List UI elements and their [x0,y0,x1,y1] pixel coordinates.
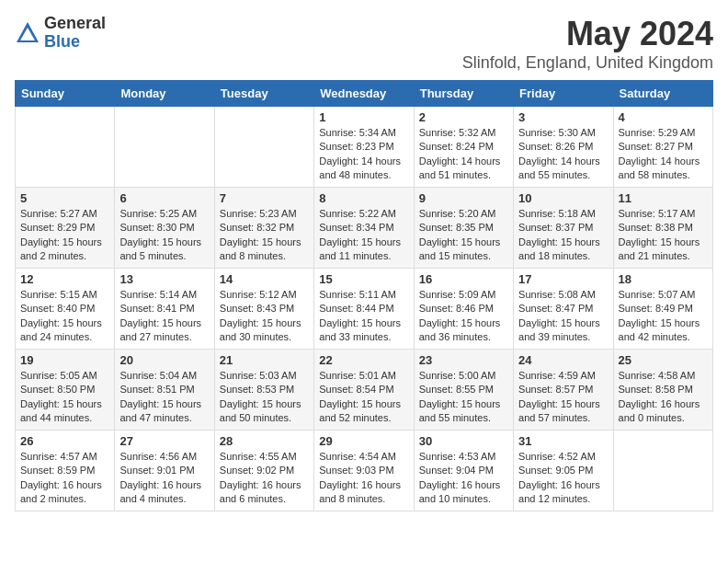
calendar-cell: 7Sunrise: 5:23 AM Sunset: 8:32 PM Daylig… [214,188,313,269]
day-info: Sunrise: 5:12 AM Sunset: 8:43 PM Dayligh… [220,288,309,345]
calendar-cell: 20Sunrise: 5:04 AM Sunset: 8:51 PM Dayli… [115,350,214,431]
header-thursday: Thursday [414,81,513,107]
day-number: 16 [419,272,508,286]
calendar-cell [613,431,712,511]
day-number: 14 [220,272,309,286]
calendar-body: 1Sunrise: 5:34 AM Sunset: 8:23 PM Daylig… [16,107,713,511]
day-number: 1 [319,110,408,124]
calendar-cell: 5Sunrise: 5:27 AM Sunset: 8:29 PM Daylig… [16,188,115,269]
header-friday: Friday [514,81,613,107]
logo-icon [15,20,40,46]
logo-text: General Blue [44,15,106,52]
day-info: Sunrise: 5:25 AM Sunset: 8:30 PM Dayligh… [119,207,209,264]
logo: General Blue [15,15,106,52]
day-number: 24 [518,353,608,367]
day-number: 5 [20,191,109,205]
calendar-cell [16,107,115,188]
day-info: Sunrise: 5:08 AM Sunset: 8:47 PM Dayligh… [518,288,608,345]
day-number: 22 [319,353,408,367]
header-monday: Monday [115,81,214,107]
day-number: 29 [319,434,408,448]
calendar-cell: 30Sunrise: 4:53 AM Sunset: 9:04 PM Dayli… [414,431,513,511]
day-number: 9 [419,191,508,205]
week-row-3: 19Sunrise: 5:05 AM Sunset: 8:50 PM Dayli… [16,350,713,431]
day-info: Sunrise: 5:04 AM Sunset: 8:51 PM Dayligh… [119,369,209,426]
calendar-cell: 28Sunrise: 4:55 AM Sunset: 9:02 PM Dayli… [214,431,313,511]
day-info: Sunrise: 5:34 AM Sunset: 8:23 PM Dayligh… [319,126,408,183]
day-info: Sunrise: 5:29 AM Sunset: 8:27 PM Dayligh… [619,126,708,183]
day-number: 23 [419,353,508,367]
day-info: Sunrise: 5:03 AM Sunset: 8:53 PM Dayligh… [220,369,309,426]
main-title: May 2024 [462,15,713,53]
title-block: May 2024 Slinfold, England, United Kingd… [462,15,713,73]
day-info: Sunrise: 4:57 AM Sunset: 8:59 PM Dayligh… [20,450,109,507]
day-info: Sunrise: 5:05 AM Sunset: 8:50 PM Dayligh… [20,369,109,426]
calendar-cell: 18Sunrise: 5:07 AM Sunset: 8:49 PM Dayli… [613,269,712,350]
calendar-cell: 8Sunrise: 5:22 AM Sunset: 8:34 PM Daylig… [314,188,414,269]
day-info: Sunrise: 5:17 AM Sunset: 8:38 PM Dayligh… [619,207,708,264]
calendar-cell: 31Sunrise: 4:52 AM Sunset: 9:05 PM Dayli… [514,431,613,511]
calendar-cell [115,107,214,188]
day-info: Sunrise: 5:14 AM Sunset: 8:41 PM Dayligh… [119,288,209,345]
week-row-0: 1Sunrise: 5:34 AM Sunset: 8:23 PM Daylig… [16,107,713,188]
day-info: Sunrise: 5:01 AM Sunset: 8:54 PM Dayligh… [319,369,408,426]
day-info: Sunrise: 5:32 AM Sunset: 8:24 PM Dayligh… [419,126,508,183]
day-number: 18 [619,272,708,286]
week-row-1: 5Sunrise: 5:27 AM Sunset: 8:29 PM Daylig… [16,188,713,269]
calendar-cell: 12Sunrise: 5:15 AM Sunset: 8:40 PM Dayli… [16,269,115,350]
day-info: Sunrise: 5:11 AM Sunset: 8:44 PM Dayligh… [319,288,408,345]
calendar-cell: 17Sunrise: 5:08 AM Sunset: 8:47 PM Dayli… [514,269,613,350]
day-number: 10 [518,191,608,205]
calendar-cell: 23Sunrise: 5:00 AM Sunset: 8:55 PM Dayli… [414,350,513,431]
day-number: 15 [319,272,408,286]
day-info: Sunrise: 5:20 AM Sunset: 8:35 PM Dayligh… [419,207,508,264]
day-number: 20 [119,353,209,367]
day-info: Sunrise: 4:56 AM Sunset: 9:01 PM Dayligh… [119,450,209,507]
day-number: 21 [220,353,309,367]
day-number: 3 [518,110,608,124]
calendar-cell: 9Sunrise: 5:20 AM Sunset: 8:35 PM Daylig… [414,188,513,269]
day-info: Sunrise: 5:07 AM Sunset: 8:49 PM Dayligh… [619,288,708,345]
day-number: 2 [419,110,508,124]
calendar-cell [214,107,313,188]
header-row: SundayMondayTuesdayWednesdayThursdayFrid… [16,81,713,107]
day-info: Sunrise: 5:18 AM Sunset: 8:37 PM Dayligh… [518,207,608,264]
calendar-cell: 2Sunrise: 5:32 AM Sunset: 8:24 PM Daylig… [414,107,513,188]
day-info: Sunrise: 5:23 AM Sunset: 8:32 PM Dayligh… [220,207,309,264]
logo-blue: Blue [44,33,106,52]
day-number: 27 [119,434,209,448]
calendar-cell: 15Sunrise: 5:11 AM Sunset: 8:44 PM Dayli… [314,269,414,350]
subtitle: Slinfold, England, United Kingdom [462,53,713,73]
calendar-cell: 11Sunrise: 5:17 AM Sunset: 8:38 PM Dayli… [613,188,712,269]
day-number: 12 [20,272,109,286]
calendar-cell: 27Sunrise: 4:56 AM Sunset: 9:01 PM Dayli… [115,431,214,511]
day-number: 17 [518,272,608,286]
calendar-cell: 3Sunrise: 5:30 AM Sunset: 8:26 PM Daylig… [514,107,613,188]
day-info: Sunrise: 5:09 AM Sunset: 8:46 PM Dayligh… [419,288,508,345]
header-sunday: Sunday [16,81,115,107]
calendar-cell: 10Sunrise: 5:18 AM Sunset: 8:37 PM Dayli… [514,188,613,269]
calendar-cell: 29Sunrise: 4:54 AM Sunset: 9:03 PM Dayli… [314,431,414,511]
calendar-cell: 21Sunrise: 5:03 AM Sunset: 8:53 PM Dayli… [214,350,313,431]
day-number: 19 [20,353,109,367]
calendar-cell: 26Sunrise: 4:57 AM Sunset: 8:59 PM Dayli… [16,431,115,511]
day-number: 8 [319,191,408,205]
day-number: 31 [518,434,608,448]
calendar-cell: 16Sunrise: 5:09 AM Sunset: 8:46 PM Dayli… [414,269,513,350]
day-number: 26 [20,434,109,448]
calendar-header: SundayMondayTuesdayWednesdayThursdayFrid… [16,81,713,107]
day-number: 30 [419,434,508,448]
day-info: Sunrise: 4:52 AM Sunset: 9:05 PM Dayligh… [518,450,608,507]
day-info: Sunrise: 4:59 AM Sunset: 8:57 PM Dayligh… [518,369,608,426]
day-info: Sunrise: 4:53 AM Sunset: 9:04 PM Dayligh… [419,450,508,507]
week-row-2: 12Sunrise: 5:15 AM Sunset: 8:40 PM Dayli… [16,269,713,350]
day-info: Sunrise: 4:58 AM Sunset: 8:58 PM Dayligh… [619,369,708,426]
calendar-cell: 25Sunrise: 4:58 AM Sunset: 8:58 PM Dayli… [613,350,712,431]
calendar-cell: 22Sunrise: 5:01 AM Sunset: 8:54 PM Dayli… [314,350,414,431]
day-info: Sunrise: 5:00 AM Sunset: 8:55 PM Dayligh… [419,369,508,426]
day-number: 13 [119,272,209,286]
calendar-cell: 24Sunrise: 4:59 AM Sunset: 8:57 PM Dayli… [514,350,613,431]
logo-general: General [44,15,106,33]
day-number: 6 [119,191,209,205]
day-number: 7 [220,191,309,205]
